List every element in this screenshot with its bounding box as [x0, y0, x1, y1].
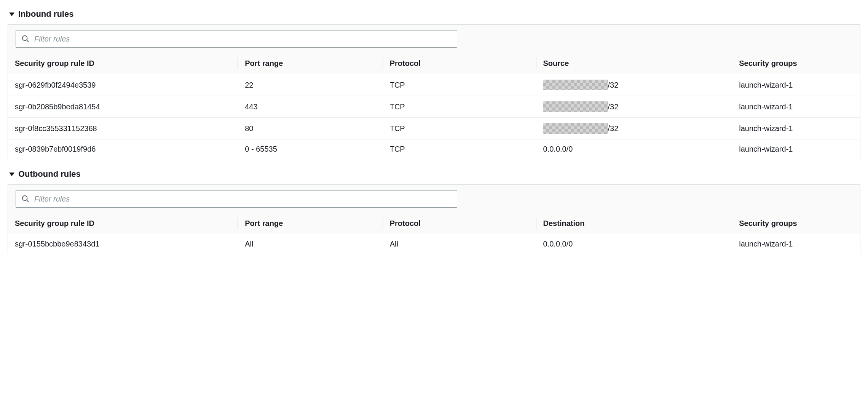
svg-marker-3: [9, 173, 14, 176]
col-header-sg[interactable]: Security groups: [732, 213, 860, 234]
cell-protocol: TCP: [383, 96, 536, 118]
cell-source: /32: [536, 118, 732, 139]
outbound-rules-title: Outbound rules: [18, 169, 81, 179]
outbound-filter-wrap: [8, 185, 860, 213]
redacted-ip: [543, 80, 608, 90]
cell-sg: launch-wizard-1: [732, 234, 860, 254]
svg-point-1: [22, 36, 27, 41]
cidr-suffix: /32: [608, 102, 619, 111]
col-header-protocol[interactable]: Protocol: [383, 213, 536, 234]
inbound-rules-title: Inbound rules: [18, 9, 73, 19]
inbound-rules-panel: Security group rule ID Port range Protoc…: [8, 24, 860, 159]
col-header-port[interactable]: Port range: [238, 53, 383, 74]
cell-port: 0 - 65535: [238, 139, 383, 159]
col-header-source[interactable]: Source: [536, 53, 732, 74]
table-row: sgr-0629fb0f2494e3539 22 TCP /32 launch-…: [8, 74, 860, 96]
cell-sg: launch-wizard-1: [732, 139, 860, 159]
cidr-suffix: /32: [608, 124, 619, 133]
table-row: sgr-0839b7ebf0019f9d6 0 - 65535 TCP 0.0.…: [8, 139, 860, 159]
table-row: sgr-0f8cc355331152368 80 TCP /32 launch-…: [8, 118, 860, 139]
cell-protocol: TCP: [383, 74, 536, 96]
cell-port: 443: [238, 96, 383, 118]
cell-sg: launch-wizard-1: [732, 74, 860, 96]
outbound-table-header-row: Security group rule ID Port range Protoc…: [8, 213, 860, 234]
cell-port: 80: [238, 118, 383, 139]
inbound-rules-table: Security group rule ID Port range Protoc…: [8, 53, 860, 159]
table-row: sgr-0155bcbbe9e8343d1 All All 0.0.0.0/0 …: [8, 234, 860, 254]
cidr-suffix: /32: [608, 81, 619, 90]
redacted-ip: [543, 101, 608, 112]
col-header-rule-id[interactable]: Security group rule ID: [8, 213, 238, 234]
svg-line-5: [27, 200, 29, 202]
cell-sg: launch-wizard-1: [732, 118, 860, 139]
caret-down-icon: [9, 11, 14, 17]
outbound-rules-table: Security group rule ID Port range Protoc…: [8, 213, 860, 254]
inbound-filter-box[interactable]: [16, 30, 457, 48]
cell-port: 22: [238, 74, 383, 96]
col-header-protocol[interactable]: Protocol: [383, 53, 536, 74]
col-header-port[interactable]: Port range: [238, 213, 383, 234]
cell-sg: launch-wizard-1: [732, 96, 860, 118]
cell-source: /32: [536, 96, 732, 118]
cell-rule-id: sgr-0f8cc355331152368: [8, 118, 238, 139]
outbound-rules-section: Outbound rules Security group rule ID Po…: [8, 168, 860, 254]
cell-source: /32: [536, 74, 732, 96]
inbound-rules-section: Inbound rules Security group rule ID Por…: [8, 8, 860, 159]
cell-protocol: TCP: [383, 118, 536, 139]
inbound-filter-input[interactable]: [34, 35, 452, 43]
col-header-sg[interactable]: Security groups: [732, 53, 860, 74]
redacted-ip: [543, 123, 608, 134]
table-row: sgr-0b2085b9beda81454 443 TCP /32 launch…: [8, 96, 860, 118]
svg-point-4: [22, 196, 27, 201]
outbound-rules-panel: Security group rule ID Port range Protoc…: [8, 184, 860, 254]
cell-protocol: All: [383, 234, 536, 254]
outbound-filter-box[interactable]: [16, 190, 457, 208]
outbound-rules-toggle[interactable]: Outbound rules: [8, 168, 860, 184]
cell-rule-id: sgr-0b2085b9beda81454: [8, 96, 238, 118]
svg-line-2: [27, 40, 29, 42]
svg-marker-0: [9, 13, 14, 16]
cell-rule-id: sgr-0629fb0f2494e3539: [8, 74, 238, 96]
search-icon: [21, 195, 30, 203]
col-header-rule-id[interactable]: Security group rule ID: [8, 53, 238, 74]
inbound-filter-wrap: [8, 25, 860, 53]
cell-rule-id: sgr-0155bcbbe9e8343d1: [8, 234, 238, 254]
cell-destination: 0.0.0.0/0: [536, 234, 732, 254]
cell-protocol: TCP: [383, 139, 536, 159]
inbound-table-header-row: Security group rule ID Port range Protoc…: [8, 53, 860, 74]
inbound-rules-toggle[interactable]: Inbound rules: [8, 8, 860, 24]
caret-down-icon: [9, 171, 14, 177]
cell-rule-id: sgr-0839b7ebf0019f9d6: [8, 139, 238, 159]
cell-source: 0.0.0.0/0: [536, 139, 732, 159]
search-icon: [21, 35, 30, 43]
col-header-destination[interactable]: Destination: [536, 213, 732, 234]
cell-port: All: [238, 234, 383, 254]
outbound-filter-input[interactable]: [34, 195, 452, 203]
